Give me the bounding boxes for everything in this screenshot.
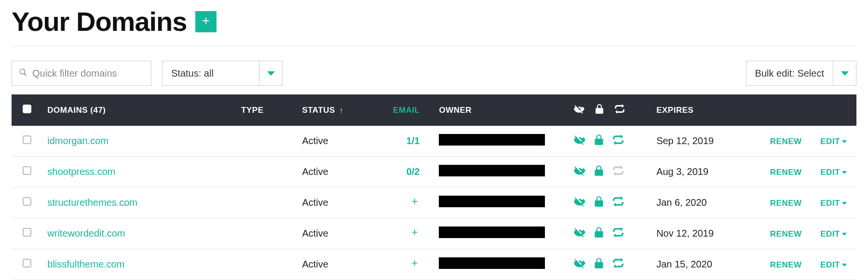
status-cell: Active bbox=[297, 187, 380, 218]
chevron-down-icon bbox=[842, 202, 847, 205]
col-flags bbox=[569, 94, 651, 126]
renew-button[interactable]: RENEW bbox=[770, 168, 802, 177]
status-cell: Active bbox=[297, 249, 380, 280]
autorenew-icon[interactable] bbox=[612, 164, 624, 179]
domains-table: DOMAINS (47) TYPE STATUS ↑ EMAIL OWNER E… bbox=[12, 94, 856, 280]
owner-redacted bbox=[439, 134, 545, 146]
autorenew-icon[interactable] bbox=[612, 133, 624, 148]
chevron-down-icon bbox=[267, 71, 275, 76]
privacy-icon[interactable] bbox=[573, 195, 586, 210]
type-cell bbox=[236, 218, 297, 249]
owner-redacted bbox=[439, 196, 545, 207]
type-cell bbox=[236, 126, 297, 157]
privacy-icon[interactable] bbox=[573, 164, 586, 179]
edit-button[interactable]: EDIT bbox=[820, 137, 847, 147]
autorenew-icon[interactable] bbox=[612, 257, 624, 272]
expires-cell: Jan 15, 2020 bbox=[651, 249, 751, 280]
search-box[interactable] bbox=[12, 61, 151, 86]
page-title: Your Domains bbox=[12, 6, 187, 37]
domain-link[interactable]: shootpress.com bbox=[47, 166, 115, 177]
chevron-down-icon bbox=[841, 71, 849, 76]
col-owner[interactable]: OWNER bbox=[424, 94, 569, 126]
table-row: structurethemes.com Active Jan 6, 2020 R… bbox=[12, 187, 856, 218]
add-email-button[interactable] bbox=[410, 228, 420, 239]
domain-link[interactable]: writewordedit.com bbox=[47, 228, 125, 239]
col-status[interactable]: STATUS ↑ bbox=[297, 94, 380, 126]
lock-icon[interactable] bbox=[593, 195, 605, 210]
row-checkbox[interactable] bbox=[23, 197, 31, 206]
col-type[interactable]: TYPE bbox=[236, 94, 297, 126]
select-all-checkbox[interactable] bbox=[23, 105, 31, 113]
bulk-edit-caret[interactable] bbox=[833, 61, 856, 85]
edit-button[interactable]: EDIT bbox=[820, 168, 847, 177]
bulk-edit-label: Bulk edit: Select bbox=[746, 61, 833, 85]
add-domain-button[interactable] bbox=[195, 11, 217, 32]
domain-link[interactable]: idmorgan.com bbox=[47, 135, 108, 146]
renew-button[interactable]: RENEW bbox=[770, 229, 802, 239]
email-count[interactable]: 0/2 bbox=[407, 166, 420, 177]
status-filter-dropdown[interactable]: Status: all bbox=[162, 61, 283, 86]
add-email-button[interactable] bbox=[410, 198, 420, 208]
privacy-icon[interactable] bbox=[573, 226, 586, 241]
sort-ascending-icon: ↑ bbox=[339, 106, 343, 114]
table-row: idmorgan.com Active 1/1 Sep 12, 2019 REN… bbox=[12, 126, 856, 157]
status-filter-label: Status: all bbox=[163, 61, 259, 85]
type-cell bbox=[236, 249, 297, 280]
edit-label: EDIT bbox=[820, 168, 840, 177]
edit-button[interactable]: EDIT bbox=[820, 199, 847, 208]
col-status-label: STATUS bbox=[302, 106, 335, 115]
table-row: blissfultheme.com Active Jan 15, 2020 RE… bbox=[12, 249, 856, 280]
add-email-button[interactable] bbox=[410, 259, 420, 270]
privacy-icon[interactable] bbox=[573, 257, 586, 272]
status-filter-caret[interactable] bbox=[259, 61, 282, 85]
status-cell: Active bbox=[297, 218, 380, 249]
edit-label: EDIT bbox=[820, 260, 840, 270]
row-checkbox[interactable] bbox=[23, 259, 31, 267]
status-cell: Active bbox=[297, 157, 380, 187]
table-row: shootpress.com Active 0/2 Aug 3, 2019 RE… bbox=[12, 157, 856, 187]
expires-cell: Jan 6, 2020 bbox=[651, 187, 751, 218]
bulk-edit-dropdown[interactable]: Bulk edit: Select bbox=[746, 61, 856, 86]
chevron-down-icon bbox=[842, 140, 847, 143]
chevron-down-icon bbox=[842, 264, 847, 267]
owner-redacted bbox=[439, 165, 545, 176]
autorenew-icon bbox=[614, 103, 625, 117]
expires-cell: Nov 12, 2019 bbox=[651, 218, 751, 249]
row-checkbox[interactable] bbox=[23, 135, 31, 144]
chevron-down-icon bbox=[842, 233, 847, 236]
edit-label: EDIT bbox=[820, 199, 840, 208]
edit-button[interactable]: EDIT bbox=[820, 229, 847, 239]
domain-link[interactable]: blissfultheme.com bbox=[47, 259, 124, 269]
renew-button[interactable]: RENEW bbox=[770, 199, 802, 208]
domain-link[interactable]: structurethemes.com bbox=[47, 197, 137, 208]
privacy-icon bbox=[573, 103, 585, 117]
row-checkbox[interactable] bbox=[23, 228, 31, 237]
row-checkbox[interactable] bbox=[23, 166, 31, 175]
lock-icon[interactable] bbox=[593, 133, 605, 148]
col-expires[interactable]: EXPIRES bbox=[651, 94, 751, 126]
type-cell bbox=[236, 157, 297, 187]
lock-icon[interactable] bbox=[593, 257, 605, 272]
col-domains[interactable]: DOMAINS (47) bbox=[42, 94, 236, 126]
plus-icon bbox=[201, 15, 211, 28]
edit-button[interactable]: EDIT bbox=[820, 260, 847, 270]
type-cell bbox=[236, 187, 297, 218]
status-cell: Active bbox=[297, 126, 380, 157]
table-row: writewordedit.com Active Nov 12, 2019 RE… bbox=[12, 218, 856, 249]
edit-label: EDIT bbox=[820, 229, 840, 239]
renew-button[interactable]: RENEW bbox=[770, 137, 802, 146]
search-icon bbox=[19, 68, 27, 79]
col-email[interactable]: EMAIL bbox=[380, 94, 425, 126]
privacy-icon[interactable] bbox=[573, 133, 586, 148]
controls-bar: Status: all Bulk edit: Select bbox=[12, 61, 856, 86]
renew-button[interactable]: RENEW bbox=[770, 260, 802, 269]
email-count[interactable]: 1/1 bbox=[407, 135, 420, 146]
lock-icon[interactable] bbox=[593, 164, 605, 179]
lock-icon[interactable] bbox=[593, 226, 605, 241]
autorenew-icon[interactable] bbox=[612, 195, 624, 210]
search-input[interactable] bbox=[32, 68, 144, 79]
expires-cell: Sep 12, 2019 bbox=[651, 126, 751, 157]
owner-redacted bbox=[439, 257, 545, 269]
autorenew-icon[interactable] bbox=[612, 226, 624, 241]
edit-label: EDIT bbox=[820, 137, 840, 147]
